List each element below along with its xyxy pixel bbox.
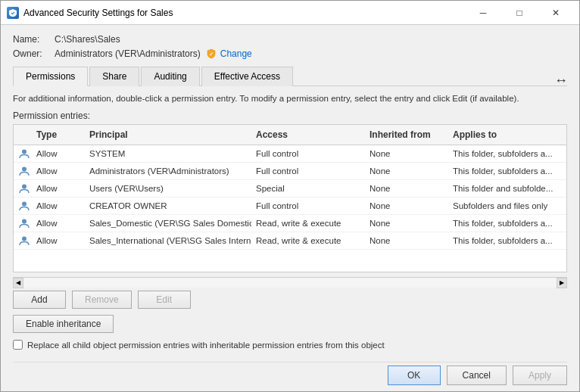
row-applies: This folder, subfolders a... <box>448 163 566 179</box>
ok-button[interactable]: OK <box>388 366 441 385</box>
edit-button[interactable]: Edit <box>138 291 191 309</box>
cancel-button[interactable]: Cancel <box>447 366 507 385</box>
permission-entries-label: Permission entries: <box>13 110 567 121</box>
window-icon <box>7 7 19 19</box>
row-principal: Users (VER\Users) <box>85 180 251 197</box>
resize-arrow[interactable]: ↔ <box>554 73 568 89</box>
row-icon-cell <box>14 232 32 249</box>
row-icon-cell <box>14 215 32 232</box>
user-icon <box>18 182 30 194</box>
svg-text:✓: ✓ <box>209 51 214 57</box>
add-button[interactable]: Add <box>13 291 66 309</box>
svg-point-5 <box>22 219 27 224</box>
tab-permissions[interactable]: Permissions <box>13 67 88 86</box>
replace-checkbox-label[interactable]: Replace all child object permission entr… <box>27 339 385 351</box>
horizontal-scrollbar[interactable]: ◀ ▶ <box>13 277 567 288</box>
user-icon <box>18 200 30 212</box>
row-type: Allow <box>32 145 85 162</box>
user-icon <box>18 148 30 160</box>
inheritance-btn-row: Enable inheritance <box>13 315 567 333</box>
tab-auditing[interactable]: Auditing <box>141 67 199 86</box>
table-row[interactable]: Allow Sales_Domestic (VER\SG Sales Domes… <box>14 215 566 232</box>
row-principal: CREATOR OWNER <box>85 198 251 214</box>
apply-button[interactable]: Apply <box>513 366 567 385</box>
svg-point-3 <box>22 185 27 189</box>
table-row[interactable]: Allow Administrators (VER\Administrators… <box>14 163 566 180</box>
owner-value: Administrators (VER\Administrators) <box>55 48 201 59</box>
bottom-section: Add Remove Edit Enable inheritance Repla… <box>13 288 567 362</box>
row-access: Read, write & execute <box>251 232 365 249</box>
enable-inheritance-button[interactable]: Enable inheritance <box>13 315 114 333</box>
owner-label: Owner: <box>13 48 55 59</box>
table-row[interactable]: Allow SYSTEM Full control None This fold… <box>14 145 566 163</box>
row-type: Allow <box>32 215 85 232</box>
row-inherited: None <box>365 163 448 179</box>
minimize-button[interactable]: ─ <box>466 1 500 25</box>
change-label: Change <box>220 48 252 59</box>
svg-point-6 <box>22 237 27 241</box>
row-applies: Subfolders and files only <box>448 198 566 214</box>
row-type: Allow <box>32 163 85 179</box>
table-row[interactable]: Allow Users (VER\Users) Special None Thi… <box>14 180 566 198</box>
row-access: Full control <box>251 163 365 179</box>
main-window: Advanced Security Settings for Sales ─ □… <box>0 0 580 392</box>
row-principal: Sales_Domestic (VER\SG Sales Domestic) <box>85 215 251 232</box>
table-header: Type Principal Access Inherited from App… <box>14 125 566 145</box>
row-inherited: None <box>365 215 448 232</box>
name-value: C:\Shares\Sales <box>55 34 120 45</box>
row-access: Read, write & execute <box>251 215 365 232</box>
row-icon-cell <box>14 180 32 197</box>
svg-point-4 <box>22 202 27 207</box>
col-inherited: Inherited from <box>365 128 448 142</box>
table-row[interactable]: Allow Sales_International (VER\SG Sales … <box>14 232 566 250</box>
name-row: Name: C:\Shares\Sales <box>13 34 567 45</box>
row-applies: This folder, subfolders a... <box>448 215 566 232</box>
row-principal: Sales_International (VER\SG Sales Intern… <box>85 232 251 249</box>
tab-effective-access[interactable]: Effective Access <box>201 67 293 86</box>
replace-checkbox-row: Replace all child object permission entr… <box>13 339 567 351</box>
svg-point-2 <box>22 167 27 172</box>
scrollbar-track[interactable] <box>23 278 557 288</box>
tabs-row: Permissions Share Auditing Effective Acc… <box>13 66 567 86</box>
row-applies: This folder and subfolde... <box>448 180 566 197</box>
table-row[interactable]: Allow CREATOR OWNER Full control None Su… <box>14 198 566 215</box>
footer-row: OK Cancel Apply <box>13 362 567 385</box>
col-principal: Principal <box>85 128 251 142</box>
scroll-left-btn[interactable]: ◀ <box>13 278 23 288</box>
user-icon <box>18 165 30 177</box>
user-icon <box>18 217 30 229</box>
col-icon <box>14 128 32 142</box>
user-icon <box>18 235 30 247</box>
scroll-right-btn[interactable]: ▶ <box>557 278 567 288</box>
row-inherited: None <box>365 180 448 197</box>
action-btn-row: Add Remove Edit <box>13 291 567 309</box>
row-inherited: None <box>365 232 448 249</box>
row-icon-cell <box>14 198 32 214</box>
row-type: Allow <box>32 180 85 197</box>
row-applies: This folder, subfolders a... <box>448 145 566 162</box>
remove-button[interactable]: Remove <box>72 291 132 309</box>
row-applies: This folder, subfolders a... <box>448 232 566 249</box>
change-link[interactable]: ✓ Change <box>205 48 252 60</box>
col-access: Access <box>251 128 365 142</box>
row-type: Allow <box>32 232 85 249</box>
description-text: For additional information, double-click… <box>13 92 567 104</box>
title-bar-controls: ─ □ ✕ <box>466 1 573 25</box>
replace-checkbox[interactable] <box>13 340 23 350</box>
permissions-table: Type Principal Access Inherited from App… <box>13 124 567 272</box>
row-icon-cell <box>14 163 32 179</box>
row-icon-cell <box>14 145 32 162</box>
table-body: Allow SYSTEM Full control None This fold… <box>14 145 566 272</box>
owner-row: Owner: Administrators (VER\Administrator… <box>13 48 567 60</box>
row-access: Full control <box>251 145 365 162</box>
content-area: Name: C:\Shares\Sales Owner: Administrat… <box>1 25 579 391</box>
window-title: Advanced Security Settings for Sales <box>23 8 466 18</box>
close-button[interactable]: ✕ <box>538 1 573 25</box>
maximize-button[interactable]: □ <box>502 1 537 25</box>
row-access: Special <box>251 180 365 197</box>
row-principal: Administrators (VER\Administrators) <box>85 163 251 179</box>
svg-point-1 <box>22 150 27 154</box>
col-type: Type <box>32 128 85 142</box>
row-principal: SYSTEM <box>85 145 251 162</box>
tab-share[interactable]: Share <box>89 67 139 86</box>
